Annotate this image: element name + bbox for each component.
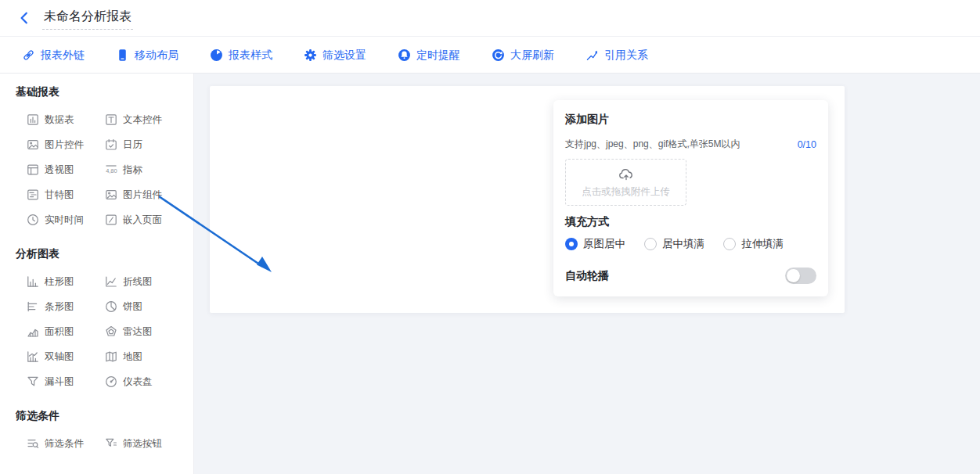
sidebar-item-data-table[interactable]: 数据表 [27, 113, 105, 127]
sidebar-section-grid: 柱形图折线图条形图饼图面积图雷达图双轴图地图漏斗图仪表盘 [16, 275, 193, 389]
sidebar-item-column-chart[interactable]: 柱形图 [27, 275, 105, 289]
sidebar-item-image-widget[interactable]: 图片控件 [27, 138, 105, 152]
toolbar-item-label: 引用关系 [604, 48, 648, 63]
sidebar-item-image-component[interactable]: 图片组件 [105, 188, 193, 202]
sidebar-section-title: 筛选条件 [16, 408, 193, 422]
filter-search-icon [27, 437, 39, 450]
image-icon [27, 138, 39, 151]
data-table-icon [27, 113, 39, 126]
sidebar-item-filter-condition[interactable]: 筛选条件 [27, 436, 105, 451]
toolbar-item-label: 移动布局 [135, 48, 178, 63]
toolbar-item-report-style[interactable]: 报表样式 [210, 48, 272, 63]
sidebar-item-label: 折线图 [123, 275, 153, 289]
sidebar-item-text-widget[interactable]: 文本控件 [105, 113, 193, 127]
sidebar-item-label: 数据表 [45, 113, 74, 127]
sidebar-item-embed-page[interactable]: 嵌入页面 [105, 213, 193, 227]
sidebar-section: 筛选条件筛选条件筛选按钮 [0, 408, 193, 451]
metric-number-icon: 4,80 [105, 163, 117, 176]
sidebar-item-gauge-chart[interactable]: 仪表盘 [105, 375, 193, 389]
sidebar-item-label: 漏斗图 [45, 375, 74, 389]
sidebar-item-realtime-time[interactable]: 实时时间 [27, 213, 105, 227]
sidebar-item-pie-chart[interactable]: 饼图 [105, 300, 193, 314]
sidebar-item-area-chart[interactable]: 面积图 [27, 325, 105, 339]
radio-fill-original-center[interactable]: 原图居中 [565, 237, 625, 251]
sidebar-item-label: 实时时间 [45, 214, 84, 227]
pie-outline-icon [105, 300, 117, 313]
sidebar-item-radar-chart[interactable]: 雷达图 [105, 325, 193, 339]
format-hint-row: 支持jpg、jpeg、png、gif格式,单张5M以内 0/10 [565, 138, 816, 151]
toolbar-item-label: 定时提醒 [416, 48, 460, 63]
sidebar-item-label: 条形图 [45, 300, 74, 314]
add-image-panel: 添加图片 支持jpg、jpeg、png、gif格式,单张5M以内 0/10 点击… [553, 100, 828, 296]
sidebar-item-calendar[interactable]: 日历 [105, 138, 193, 152]
sidebar-item-label: 文本控件 [123, 113, 162, 127]
filter-btn-icon [105, 437, 117, 450]
embed-icon [105, 214, 117, 226]
gear-icon [304, 48, 317, 62]
sidebar-item-label: 透视图 [45, 163, 74, 177]
line-chart-icon [105, 275, 117, 288]
sidebar-section-grid: 数据表文本控件图片控件日历透视图4,80指标甘特图图片组件实时时间嵌入页面 [16, 113, 193, 227]
sidebar-item-bar-chart[interactable]: 条形图 [27, 300, 105, 314]
text-t-icon [105, 113, 117, 126]
refresh-badge-icon [492, 48, 505, 62]
back-icon[interactable] [17, 11, 31, 25]
toolbar-item-reference-relations[interactable]: 引用关系 [585, 48, 648, 63]
autoplay-toggle[interactable] [785, 268, 816, 284]
radio-unselected-icon [723, 238, 736, 250]
radio-label: 原图居中 [583, 237, 625, 251]
toolbar-item-mobile-layout[interactable]: 移动布局 [116, 48, 178, 63]
top-header: 未命名分析报表 [0, 0, 980, 37]
report-title[interactable]: 未命名分析报表 [42, 7, 133, 30]
map-icon [105, 350, 117, 363]
sidebar-item-label: 甘特图 [45, 189, 74, 202]
toolbar-item-report-external-link[interactable]: 报表外链 [22, 48, 85, 63]
sidebar-item-line-chart[interactable]: 折线图 [105, 275, 193, 289]
sidebar-item-filter-button[interactable]: 筛选按钮 [105, 436, 193, 451]
sidebar-item-label: 图片控件 [45, 138, 84, 152]
radio-label: 居中填满 [662, 237, 704, 251]
sidebar-section-grid: 筛选条件筛选按钮 [16, 436, 193, 451]
svg-text:4,80: 4,80 [106, 167, 117, 174]
radio-unselected-icon [644, 238, 657, 250]
link-icon [22, 48, 35, 62]
sidebar-item-label: 雷达图 [123, 325, 153, 339]
column-chart-icon [27, 275, 39, 288]
sidebar-item-pivot-view[interactable]: 透视图 [27, 163, 105, 177]
sidebar-item-dual-axis-chart[interactable]: 双轴图 [27, 350, 105, 364]
upload-dropzone[interactable]: 点击或拖拽附件上传 [565, 159, 686, 206]
sidebar-item-label: 嵌入页面 [123, 214, 162, 227]
fill-mode-options: 原图居中居中填满拉伸填满 [565, 237, 816, 251]
image-icon [105, 189, 117, 201]
toolbar-item-scheduled-reminder[interactable]: 定时提醒 [398, 48, 460, 63]
sidebar-section-title: 基础报表 [16, 84, 193, 99]
sidebar-item-map-chart[interactable]: 地图 [105, 350, 193, 364]
upload-hint-text: 点击或拖拽附件上传 [582, 185, 670, 199]
autoplay-label: 自动轮播 [565, 269, 609, 283]
radio-selected-icon [565, 238, 578, 250]
toolbar-item-screen-refresh[interactable]: 大屏刷新 [492, 48, 554, 63]
radio-fill-stretch-fill[interactable]: 拉伸填满 [723, 237, 784, 251]
pivot-icon [27, 163, 39, 176]
sidebar-section-title: 分析图表 [16, 246, 193, 260]
sidebar-item-label: 筛选按钮 [123, 437, 162, 451]
format-hint: 支持jpg、jpeg、png、gif格式,单张5M以内 [565, 138, 740, 151]
sidebar-section: 基础报表数据表文本控件图片控件日历透视图4,80指标甘特图图片组件实时时间嵌入页… [0, 74, 193, 227]
hbar-chart-icon [27, 300, 39, 313]
toolbar-item-label: 筛选设置 [322, 48, 366, 63]
sidebar-item-label: 筛选条件 [45, 437, 84, 451]
sidebar-item-label: 指标 [123, 163, 142, 177]
autoplay-row: 自动轮播 [565, 268, 816, 284]
toolbar-item-label: 报表外链 [41, 48, 85, 63]
radio-fill-center-fill[interactable]: 居中填满 [644, 237, 704, 251]
radio-label: 拉伸填满 [741, 237, 784, 251]
mobile-icon [116, 48, 129, 62]
sidebar-item-gantt-chart[interactable]: 甘特图 [27, 188, 105, 202]
sidebar-item-funnel-chart[interactable]: 漏斗图 [27, 375, 105, 389]
funnel-icon [27, 375, 39, 388]
toolbar: 报表外链移动布局报表样式筛选设置定时提醒大屏刷新引用关系 [0, 38, 980, 74]
toolbar-item-filter-settings[interactable]: 筛选设置 [304, 48, 366, 63]
sidebar-item-indicator[interactable]: 4,80指标 [105, 163, 193, 177]
upload-counter: 0/10 [798, 139, 816, 150]
toolbar-item-label: 报表样式 [229, 48, 272, 63]
